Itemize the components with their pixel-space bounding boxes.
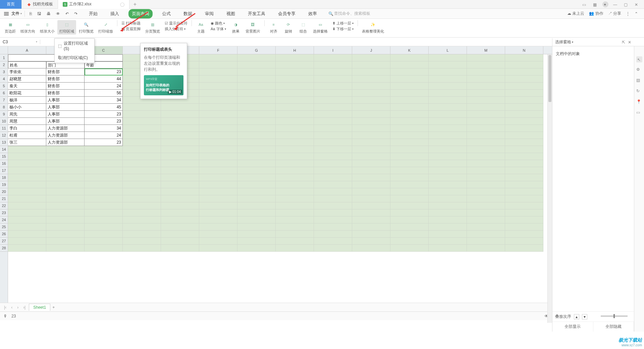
cell[interactable] bbox=[429, 118, 467, 125]
cell[interactable] bbox=[276, 111, 314, 118]
cell[interactable] bbox=[46, 146, 85, 153]
cell[interactable] bbox=[429, 76, 467, 83]
cell[interactable] bbox=[467, 111, 505, 118]
cell[interactable] bbox=[467, 238, 505, 245]
set-print-area-item[interactable]: ⬚设置打印区域(S) bbox=[55, 39, 94, 53]
cell[interactable] bbox=[429, 83, 467, 90]
cell[interactable] bbox=[429, 111, 467, 118]
cell[interactable] bbox=[85, 153, 123, 160]
cell[interactable] bbox=[161, 181, 199, 188]
row-header[interactable]: 8 bbox=[0, 104, 8, 111]
tab-view[interactable]: 视图 bbox=[223, 9, 238, 18]
cell[interactable] bbox=[314, 209, 352, 216]
cell[interactable]: 人事部 bbox=[46, 118, 85, 125]
col-header[interactable]: K bbox=[390, 46, 429, 54]
cell[interactable] bbox=[237, 167, 276, 174]
cell[interactable] bbox=[8, 195, 46, 202]
record-icon[interactable]: 🎙 bbox=[3, 314, 7, 318]
cell[interactable] bbox=[46, 181, 85, 188]
cell[interactable] bbox=[123, 223, 161, 231]
cell[interactable] bbox=[123, 146, 161, 153]
print-area-button[interactable]: ⬚打印区域 bbox=[57, 20, 76, 35]
cell[interactable] bbox=[314, 153, 352, 160]
cell[interactable] bbox=[237, 111, 276, 118]
cell[interactable] bbox=[505, 238, 543, 245]
cell[interactable] bbox=[314, 188, 352, 195]
cell[interactable] bbox=[429, 90, 467, 97]
cell[interactable] bbox=[123, 216, 161, 223]
cell[interactable] bbox=[390, 132, 429, 139]
cell[interactable] bbox=[237, 83, 276, 90]
select-all-corner[interactable] bbox=[0, 46, 8, 54]
cell[interactable]: 李白 bbox=[8, 125, 46, 132]
cell[interactable] bbox=[467, 146, 505, 153]
cell[interactable] bbox=[314, 195, 352, 202]
cell[interactable] bbox=[390, 54, 429, 61]
cell[interactable] bbox=[276, 231, 314, 238]
cell[interactable] bbox=[314, 104, 352, 111]
cell[interactable] bbox=[123, 111, 161, 118]
cell[interactable] bbox=[46, 160, 85, 167]
cell[interactable] bbox=[199, 118, 237, 125]
cell[interactable] bbox=[237, 188, 276, 195]
cell[interactable] bbox=[352, 216, 390, 223]
cell[interactable] bbox=[505, 104, 543, 111]
cell[interactable] bbox=[467, 125, 505, 132]
coop-button[interactable]: 👥 协作 bbox=[589, 11, 603, 16]
orientation-button[interactable]: ▭纸张方向 bbox=[18, 20, 37, 35]
cell[interactable] bbox=[390, 160, 429, 167]
cell[interactable] bbox=[390, 245, 429, 252]
backup-panel-icon[interactable]: ↻ bbox=[636, 89, 642, 95]
cell[interactable] bbox=[85, 195, 123, 202]
cell[interactable] bbox=[314, 97, 352, 104]
cell[interactable] bbox=[46, 167, 85, 174]
cell[interactable] bbox=[46, 238, 85, 245]
cell[interactable]: 杨小小 bbox=[8, 104, 46, 111]
cell[interactable] bbox=[161, 223, 199, 231]
cell[interactable] bbox=[429, 68, 467, 76]
cell[interactable] bbox=[390, 202, 429, 209]
cell[interactable]: 人力资源部 bbox=[46, 139, 85, 146]
cell[interactable] bbox=[505, 132, 543, 139]
cell[interactable] bbox=[505, 97, 543, 104]
tab-review[interactable]: 审阅 bbox=[202, 9, 217, 18]
cell[interactable] bbox=[467, 181, 505, 188]
cell[interactable] bbox=[237, 223, 276, 231]
cell[interactable] bbox=[46, 188, 85, 195]
cell[interactable] bbox=[161, 153, 199, 160]
sidepanel-close-icon[interactable]: ✕ bbox=[628, 40, 631, 45]
cell[interactable] bbox=[352, 181, 390, 188]
save-icon[interactable]: 🖫 bbox=[35, 10, 43, 17]
cell[interactable] bbox=[429, 188, 467, 195]
col-header[interactable]: L bbox=[429, 46, 467, 54]
col-header[interactable]: N bbox=[505, 46, 543, 54]
cell[interactable]: 财务部 bbox=[46, 83, 85, 90]
cell[interactable] bbox=[505, 202, 543, 209]
cell[interactable] bbox=[429, 97, 467, 104]
cell[interactable]: 23 bbox=[85, 111, 123, 118]
cell[interactable] bbox=[352, 238, 390, 245]
cell[interactable] bbox=[237, 245, 276, 252]
cell[interactable] bbox=[352, 139, 390, 146]
cell[interactable] bbox=[85, 167, 123, 174]
cell[interactable] bbox=[390, 90, 429, 97]
cell[interactable] bbox=[276, 174, 314, 181]
cell[interactable] bbox=[276, 245, 314, 252]
cell[interactable] bbox=[390, 76, 429, 83]
cell[interactable] bbox=[429, 202, 467, 209]
tab-efficiency[interactable]: 效率 bbox=[305, 9, 320, 18]
cell[interactable] bbox=[276, 188, 314, 195]
cell[interactable] bbox=[237, 118, 276, 125]
cell[interactable] bbox=[276, 90, 314, 97]
cell[interactable] bbox=[123, 132, 161, 139]
effect-button[interactable]: ◑效果 bbox=[229, 20, 243, 35]
cell[interactable] bbox=[352, 83, 390, 90]
row-header[interactable]: 19 bbox=[0, 181, 8, 188]
cell[interactable] bbox=[429, 223, 467, 231]
cell[interactable] bbox=[429, 132, 467, 139]
cell[interactable] bbox=[352, 132, 390, 139]
cell[interactable]: 23 bbox=[85, 68, 123, 76]
cell[interactable] bbox=[276, 139, 314, 146]
cell[interactable] bbox=[352, 195, 390, 202]
cell[interactable]: 张三 bbox=[8, 139, 46, 146]
